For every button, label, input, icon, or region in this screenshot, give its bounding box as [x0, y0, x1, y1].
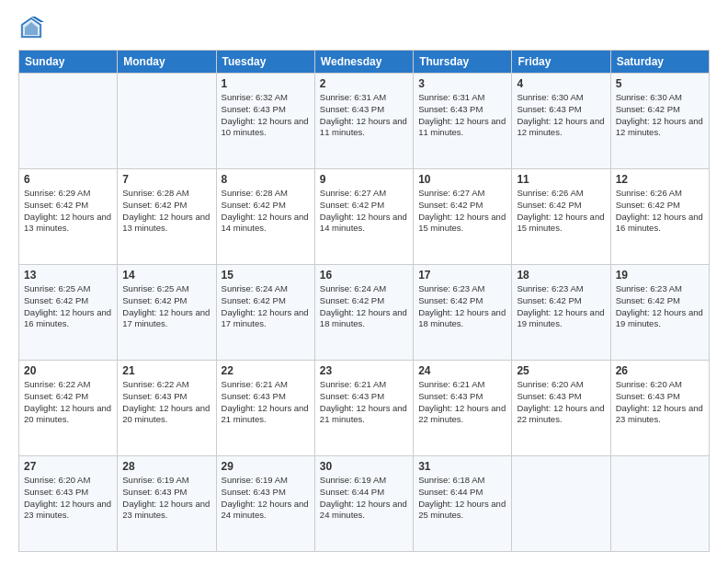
calendar-cell: 28Sunrise: 6:19 AMSunset: 6:43 PMDayligh… [118, 456, 216, 552]
day-info: Sunrise: 6:21 AMSunset: 6:43 PMDaylight:… [222, 379, 310, 426]
calendar-cell: 25Sunrise: 6:20 AMSunset: 6:43 PMDayligh… [512, 361, 610, 456]
day-info: Sunrise: 6:19 AMSunset: 6:43 PMDaylight:… [122, 475, 210, 522]
day-info: Sunrise: 6:24 AMSunset: 6:42 PMDaylight:… [320, 283, 408, 330]
calendar-body: 1Sunrise: 6:32 AMSunset: 6:43 PMDaylight… [19, 74, 710, 552]
day-number: 5 [616, 77, 704, 90]
calendar-cell: 7Sunrise: 6:28 AMSunset: 6:42 PMDaylight… [118, 169, 216, 265]
day-number: 16 [320, 269, 408, 282]
day-info: Sunrise: 6:19 AMSunset: 6:44 PMDaylight:… [320, 475, 408, 522]
weekday-header: Friday [512, 51, 610, 74]
day-number: 26 [616, 364, 704, 377]
day-number: 30 [320, 460, 408, 473]
calendar-cell: 6Sunrise: 6:29 AMSunset: 6:42 PMDaylight… [19, 169, 118, 265]
day-number: 9 [320, 173, 408, 186]
day-info: Sunrise: 6:30 AMSunset: 6:42 PMDaylight:… [616, 92, 704, 139]
weekday-header: Saturday [610, 51, 709, 74]
day-number: 14 [122, 269, 210, 282]
day-number: 22 [222, 364, 310, 377]
calendar-cell: 14Sunrise: 6:25 AMSunset: 6:42 PMDayligh… [118, 265, 216, 361]
weekday-header: Wednesday [314, 51, 413, 74]
day-number: 25 [517, 364, 605, 377]
day-number: 19 [616, 269, 704, 282]
calendar-week-row: 27Sunrise: 6:20 AMSunset: 6:43 PMDayligh… [19, 456, 710, 552]
weekday-header: Sunday [19, 51, 118, 74]
day-info: Sunrise: 6:28 AMSunset: 6:42 PMDaylight:… [122, 188, 210, 235]
calendar-cell: 17Sunrise: 6:23 AMSunset: 6:42 PMDayligh… [414, 265, 512, 361]
day-number: 17 [418, 269, 506, 282]
day-info: Sunrise: 6:18 AMSunset: 6:44 PMDaylight:… [418, 475, 506, 522]
day-number: 29 [222, 460, 310, 473]
day-number: 28 [122, 460, 210, 473]
day-number: 23 [320, 364, 408, 377]
day-number: 20 [24, 364, 112, 377]
day-number: 15 [222, 269, 310, 282]
calendar-cell: 23Sunrise: 6:21 AMSunset: 6:43 PMDayligh… [314, 361, 413, 456]
day-info: Sunrise: 6:22 AMSunset: 6:42 PMDaylight:… [24, 379, 112, 426]
calendar-cell: 18Sunrise: 6:23 AMSunset: 6:42 PMDayligh… [512, 265, 610, 361]
day-number: 8 [222, 173, 310, 186]
logo-icon [18, 15, 44, 40]
calendar-cell: 4Sunrise: 6:30 AMSunset: 6:43 PMDaylight… [512, 74, 610, 169]
day-number: 2 [320, 77, 408, 90]
day-info: Sunrise: 6:26 AMSunset: 6:42 PMDaylight:… [616, 188, 704, 235]
day-info: Sunrise: 6:25 AMSunset: 6:42 PMDaylight:… [24, 283, 112, 330]
day-number: 10 [418, 173, 506, 186]
day-info: Sunrise: 6:23 AMSunset: 6:42 PMDaylight:… [616, 283, 704, 330]
calendar-cell [19, 74, 118, 169]
day-info: Sunrise: 6:29 AMSunset: 6:42 PMDaylight:… [24, 188, 112, 235]
calendar-cell: 22Sunrise: 6:21 AMSunset: 6:43 PMDayligh… [216, 361, 314, 456]
day-number: 21 [122, 364, 210, 377]
logo [18, 15, 48, 40]
day-info: Sunrise: 6:26 AMSunset: 6:42 PMDaylight:… [517, 188, 605, 235]
day-info: Sunrise: 6:20 AMSunset: 6:43 PMDaylight:… [24, 475, 112, 522]
day-number: 31 [418, 460, 506, 473]
calendar-cell: 26Sunrise: 6:20 AMSunset: 6:43 PMDayligh… [610, 361, 709, 456]
day-info: Sunrise: 6:30 AMSunset: 6:43 PMDaylight:… [517, 92, 605, 139]
day-number: 3 [418, 77, 506, 90]
calendar-cell [118, 74, 216, 169]
calendar-cell: 10Sunrise: 6:27 AMSunset: 6:42 PMDayligh… [414, 169, 512, 265]
day-number: 7 [122, 173, 210, 186]
calendar-cell: 1Sunrise: 6:32 AMSunset: 6:43 PMDaylight… [216, 74, 314, 169]
calendar-cell: 19Sunrise: 6:23 AMSunset: 6:42 PMDayligh… [610, 265, 709, 361]
calendar-cell [512, 456, 610, 552]
day-info: Sunrise: 6:31 AMSunset: 6:43 PMDaylight:… [320, 92, 408, 139]
calendar-cell: 13Sunrise: 6:25 AMSunset: 6:42 PMDayligh… [19, 265, 118, 361]
day-number: 24 [418, 364, 506, 377]
calendar-cell [610, 456, 709, 552]
calendar-cell: 20Sunrise: 6:22 AMSunset: 6:42 PMDayligh… [19, 361, 118, 456]
calendar-cell: 31Sunrise: 6:18 AMSunset: 6:44 PMDayligh… [414, 456, 512, 552]
day-info: Sunrise: 6:21 AMSunset: 6:43 PMDaylight:… [320, 379, 408, 426]
day-info: Sunrise: 6:27 AMSunset: 6:42 PMDaylight:… [320, 188, 408, 235]
day-number: 18 [517, 269, 605, 282]
calendar-cell: 8Sunrise: 6:28 AMSunset: 6:42 PMDaylight… [216, 169, 314, 265]
day-number: 6 [24, 173, 112, 186]
day-number: 27 [24, 460, 112, 473]
calendar-week-row: 20Sunrise: 6:22 AMSunset: 6:42 PMDayligh… [19, 361, 710, 456]
calendar-cell: 27Sunrise: 6:20 AMSunset: 6:43 PMDayligh… [19, 456, 118, 552]
day-info: Sunrise: 6:28 AMSunset: 6:42 PMDaylight:… [222, 188, 310, 235]
day-number: 12 [616, 173, 704, 186]
day-info: Sunrise: 6:19 AMSunset: 6:43 PMDaylight:… [222, 475, 310, 522]
weekday-header: Thursday [414, 51, 512, 74]
day-info: Sunrise: 6:24 AMSunset: 6:42 PMDaylight:… [222, 283, 310, 330]
calendar-week-row: 6Sunrise: 6:29 AMSunset: 6:42 PMDaylight… [19, 169, 710, 265]
day-number: 4 [517, 77, 605, 90]
header [18, 15, 710, 40]
calendar-week-row: 1Sunrise: 6:32 AMSunset: 6:43 PMDaylight… [19, 74, 710, 169]
day-info: Sunrise: 6:25 AMSunset: 6:42 PMDaylight:… [122, 283, 210, 330]
day-number: 13 [24, 269, 112, 282]
day-info: Sunrise: 6:21 AMSunset: 6:43 PMDaylight:… [418, 379, 506, 426]
calendar-week-row: 13Sunrise: 6:25 AMSunset: 6:42 PMDayligh… [19, 265, 710, 361]
day-info: Sunrise: 6:23 AMSunset: 6:42 PMDaylight:… [418, 283, 506, 330]
day-info: Sunrise: 6:20 AMSunset: 6:43 PMDaylight:… [517, 379, 605, 426]
calendar-cell: 24Sunrise: 6:21 AMSunset: 6:43 PMDayligh… [414, 361, 512, 456]
day-info: Sunrise: 6:20 AMSunset: 6:43 PMDaylight:… [616, 379, 704, 426]
calendar-header-row: SundayMondayTuesdayWednesdayThursdayFrid… [19, 51, 710, 74]
calendar-cell: 5Sunrise: 6:30 AMSunset: 6:42 PMDaylight… [610, 74, 709, 169]
day-info: Sunrise: 6:32 AMSunset: 6:43 PMDaylight:… [222, 92, 310, 139]
calendar-cell: 2Sunrise: 6:31 AMSunset: 6:43 PMDaylight… [314, 74, 413, 169]
calendar-cell: 29Sunrise: 6:19 AMSunset: 6:43 PMDayligh… [216, 456, 314, 552]
calendar-cell: 9Sunrise: 6:27 AMSunset: 6:42 PMDaylight… [314, 169, 413, 265]
calendar-cell: 30Sunrise: 6:19 AMSunset: 6:44 PMDayligh… [314, 456, 413, 552]
